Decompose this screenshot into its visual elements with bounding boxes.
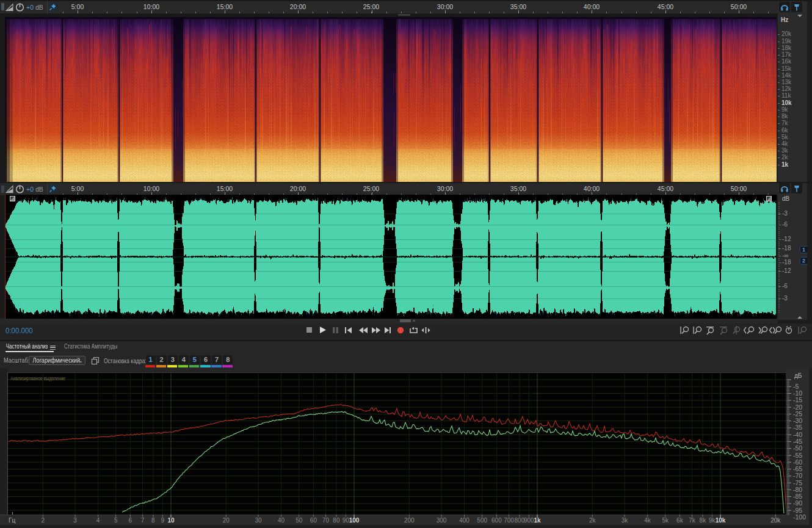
svg-text:-80: -80 — [793, 486, 802, 493]
svg-text:3k: 3k — [622, 517, 629, 524]
svg-text:60: 60 — [310, 517, 317, 524]
svg-text:4: 4 — [96, 517, 100, 524]
svg-text:7: 7 — [141, 517, 145, 524]
svg-text:9: 9 — [161, 517, 165, 524]
svg-text:70: 70 — [322, 517, 330, 524]
svg-text:5k: 5k — [662, 517, 669, 524]
svg-text:8k: 8k — [700, 517, 707, 524]
svg-text:600: 600 — [491, 517, 502, 524]
svg-text:-15: -15 — [793, 396, 802, 403]
svg-text:6k: 6k — [676, 517, 684, 524]
svg-text:-20: -20 — [793, 403, 802, 411]
svg-text:20k: 20k — [770, 517, 781, 524]
svg-text:4k: 4k — [644, 517, 651, 524]
svg-text:90: 90 — [343, 517, 350, 524]
svg-text:-40: -40 — [793, 431, 802, 438]
svg-text:80: 80 — [333, 517, 340, 524]
svg-text:7k: 7k — [689, 517, 696, 524]
svg-text:-65: -65 — [793, 465, 802, 472]
svg-text:20: 20 — [223, 517, 230, 524]
svg-text:8: 8 — [151, 517, 155, 524]
svg-text:400: 400 — [459, 517, 469, 524]
svg-text:30: 30 — [255, 517, 263, 524]
svg-text:40: 40 — [278, 517, 285, 524]
svg-text:-50: -50 — [793, 444, 802, 452]
svg-text:500: 500 — [477, 517, 487, 524]
svg-text:10k: 10k — [716, 517, 726, 524]
svg-text:300: 300 — [437, 517, 447, 524]
svg-text:2k: 2k — [589, 517, 596, 524]
svg-text:-90: -90 — [793, 499, 802, 507]
svg-text:3: 3 — [73, 517, 77, 524]
svg-text:1k: 1k — [534, 517, 541, 524]
svg-text:-70: -70 — [793, 472, 802, 479]
svg-text:2: 2 — [42, 517, 45, 524]
svg-text:-30: -30 — [793, 417, 802, 424]
svg-text:Гц: Гц — [9, 517, 15, 524]
svg-text:-35: -35 — [793, 424, 802, 431]
svg-text:6: 6 — [129, 517, 132, 524]
svg-text:900: 900 — [524, 517, 534, 524]
svg-text:200: 200 — [404, 517, 415, 524]
svg-text:дБ: дБ — [794, 372, 802, 379]
svg-text:-60: -60 — [793, 458, 802, 466]
svg-text:10: 10 — [167, 517, 175, 524]
svg-text:5: 5 — [114, 517, 118, 524]
svg-text:100: 100 — [349, 517, 360, 524]
svg-text:-10: -10 — [793, 389, 802, 397]
svg-text:-100: -100 — [793, 513, 806, 521]
svg-text:-85: -85 — [793, 493, 802, 500]
svg-text:-25: -25 — [793, 410, 802, 418]
svg-text:-5: -5 — [793, 383, 799, 390]
svg-text:-55: -55 — [793, 452, 802, 459]
svg-text:-45: -45 — [793, 438, 802, 445]
svg-text:50: 50 — [295, 517, 303, 524]
svg-text:-75: -75 — [793, 479, 802, 486]
svg-text:700: 700 — [504, 517, 514, 524]
svg-text:Анализированое выделение: Анализированое выделение — [10, 375, 65, 382]
svg-text:-95: -95 — [793, 507, 802, 514]
